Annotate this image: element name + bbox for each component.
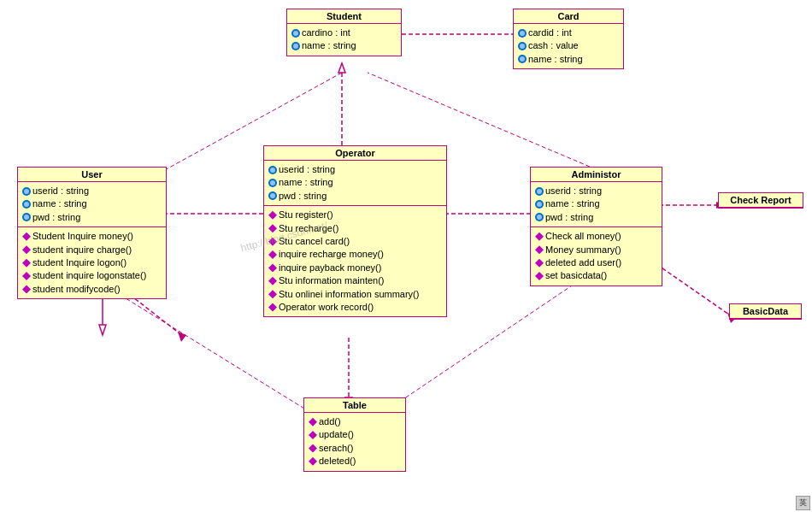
method-icon (535, 232, 544, 241)
method-icon (22, 259, 31, 268)
attr-icon (291, 29, 300, 38)
operator-attrs: userid : string name : string pwd : stri… (264, 161, 446, 206)
svg-marker-21 (99, 325, 106, 335)
method-icon (22, 232, 31, 241)
attr-icon (291, 42, 300, 50)
operator-title: Operator (264, 146, 446, 161)
student-attr-1: cardino : int (291, 26, 397, 39)
basic-data-box: BasicData (729, 303, 802, 320)
attr-icon (535, 187, 544, 196)
operator-methods: Stu register() Stu recharge() Stu cancel… (264, 206, 446, 316)
user-title: User (18, 168, 166, 182)
card-attrs: cardid : int cash : value name : string (514, 24, 623, 68)
card-box: Card cardid : int cash : value name : st… (513, 9, 624, 69)
attr-icon (22, 200, 31, 209)
method-icon (309, 457, 317, 466)
student-attr-1-text: cardino : int (302, 26, 350, 39)
method-icon (268, 263, 277, 272)
method-icon (268, 211, 277, 220)
administor-box: Administor userid : string name : string… (530, 167, 662, 286)
method-icon (268, 277, 277, 285)
student-attr-2-text: name : string (302, 39, 356, 52)
user-attrs: userid : string name : string pwd : stri… (18, 182, 166, 227)
administor-methods: Check all money() Money summary() delete… (531, 227, 662, 285)
method-icon (268, 290, 277, 298)
method-icon (22, 272, 31, 280)
method-icon (309, 418, 317, 427)
table-box: Table add() update() serach() deleted() (303, 397, 406, 472)
table-methods: add() update() serach() deleted() (304, 413, 405, 471)
user-methods: Student Inquire money() student inquire … (18, 227, 166, 298)
attr-icon (535, 200, 544, 209)
student-attrs: cardino : int name : string (287, 24, 401, 56)
corner-badge: 英 (796, 496, 810, 510)
operator-box: Operator userid : string name : string p… (263, 145, 447, 317)
user-box: User userid : string name : string pwd :… (17, 167, 167, 299)
method-icon (22, 285, 31, 293)
method-icon (309, 444, 317, 452)
administor-title: Administor (531, 168, 662, 182)
method-icon (535, 245, 544, 254)
card-title: Card (514, 9, 623, 24)
check-report-box: Check Report (718, 192, 803, 209)
method-icon (268, 238, 277, 246)
attr-icon (518, 42, 527, 50)
student-title: Student (287, 9, 401, 24)
attr-icon (268, 179, 277, 187)
attr-icon (268, 191, 277, 200)
check-report-title: Check Report (719, 193, 803, 208)
method-icon (535, 272, 544, 280)
table-title: Table (304, 398, 405, 413)
method-icon (268, 224, 277, 232)
svg-marker-3 (338, 63, 345, 73)
attr-icon (268, 166, 277, 174)
attr-icon (535, 213, 544, 221)
method-icon (268, 250, 277, 259)
method-icon (22, 245, 31, 254)
basic-data-title: BasicData (730, 304, 801, 319)
attr-icon (22, 213, 31, 221)
svg-marker-11 (178, 332, 186, 342)
attr-icon (22, 187, 31, 196)
attr-icon (518, 55, 527, 63)
student-box: Student cardino : int name : string (286, 9, 402, 56)
method-icon (309, 431, 317, 439)
attr-icon (518, 29, 527, 38)
method-icon (268, 303, 277, 312)
administor-attrs: userid : string name : string pwd : stri… (531, 182, 662, 227)
method-icon (535, 259, 544, 268)
student-attr-2: name : string (291, 39, 397, 52)
